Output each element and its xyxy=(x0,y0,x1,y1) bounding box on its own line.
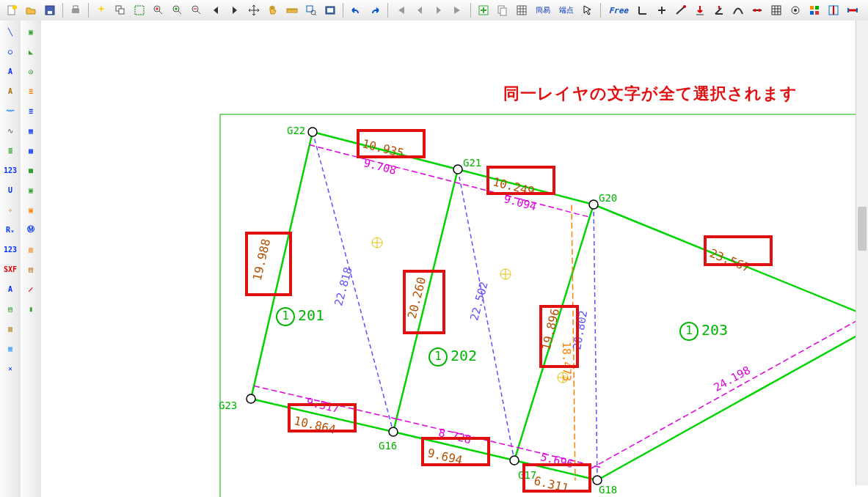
parcel-number-icon: 1 xyxy=(679,322,699,341)
layer-tool[interactable]: ≣ xyxy=(1,141,20,160)
zoom-in-2-icon xyxy=(172,4,183,16)
node-G22[interactable] xyxy=(308,128,317,136)
table-view-button[interactable] xyxy=(513,1,530,19)
color-tool[interactable]: ▤ xyxy=(21,259,40,279)
num2-tool[interactable]: 123 xyxy=(1,240,20,259)
bars-tool[interactable]: ▮ xyxy=(21,299,40,318)
grid-icon xyxy=(770,4,782,16)
node-G16[interactable] xyxy=(389,427,398,436)
redo-button[interactable] xyxy=(366,1,384,19)
list-tool[interactable]: ≡ xyxy=(21,81,40,100)
circle-tool[interactable]: ○ xyxy=(1,42,20,61)
zoom-in-button[interactable] xyxy=(150,1,167,19)
rewind-button[interactable] xyxy=(392,1,409,19)
line-tool[interactable]: ╲ xyxy=(1,22,20,41)
svg-point-23 xyxy=(758,9,761,12)
zoom-region-button[interactable] xyxy=(302,1,320,19)
windows-button[interactable] xyxy=(112,1,129,19)
snap-hline-button[interactable] xyxy=(748,1,766,19)
hatch-tool-icon: ▩ xyxy=(29,147,33,155)
hatch-tool[interactable]: ▩ xyxy=(21,141,40,160)
wave-tool[interactable]: ⟋ xyxy=(21,279,40,298)
vertical-scrollbar[interactable] xyxy=(856,21,868,485)
number-tool[interactable]: 123 xyxy=(1,161,20,180)
u-tool[interactable]: U xyxy=(1,180,20,199)
sel-tri-tool[interactable]: ◣ xyxy=(21,42,40,61)
svg-line-51 xyxy=(591,310,868,468)
hbar-button[interactable] xyxy=(844,1,861,19)
sparkle-tool[interactable]: ✧ xyxy=(1,200,20,219)
print-button[interactable] xyxy=(67,1,84,19)
select-rect-icon xyxy=(134,4,145,16)
select-rect-button[interactable] xyxy=(131,1,148,19)
grid-button[interactable] xyxy=(767,1,785,19)
snap-cross-button[interactable] xyxy=(653,1,671,19)
snap-angle-button[interactable] xyxy=(710,1,728,19)
snap-perp-button[interactable] xyxy=(634,1,652,19)
step-fwd-button[interactable] xyxy=(430,1,448,19)
undo-button[interactable] xyxy=(347,1,365,19)
node-G21[interactable] xyxy=(453,165,462,174)
green-sq-tool[interactable]: ■ xyxy=(21,161,40,180)
zoom-in-2-button[interactable] xyxy=(169,1,186,19)
pan-hand-button[interactable] xyxy=(264,1,282,19)
arrow-right-button[interactable] xyxy=(226,1,244,19)
quad-icon xyxy=(809,4,820,16)
snap-down-button[interactable] xyxy=(691,1,709,19)
ruler-button[interactable] xyxy=(283,1,301,19)
sxf-blue-tool[interactable]: A xyxy=(1,279,20,298)
snap-tangent-button[interactable] xyxy=(729,1,747,19)
list2-tool[interactable]: ≡ xyxy=(21,101,40,120)
quad-button[interactable] xyxy=(806,1,823,19)
node-label-G23: G23 xyxy=(219,400,237,411)
move-cross-button[interactable] xyxy=(245,1,263,19)
kanyi-button[interactable]: 簡易 xyxy=(532,1,554,19)
text-tool[interactable]: A xyxy=(1,62,20,81)
svg-point-22 xyxy=(754,9,756,12)
chart-tool[interactable]: ▥ xyxy=(1,319,20,338)
step-back-button[interactable] xyxy=(411,1,428,19)
brush-tool[interactable]: 〰 xyxy=(1,101,20,120)
fit-screen-button[interactable] xyxy=(321,1,339,19)
node-G23[interactable] xyxy=(247,394,255,403)
text-edit-tool[interactable]: A xyxy=(1,81,20,100)
cursor-button[interactable] xyxy=(579,1,597,19)
node-G17[interactable] xyxy=(510,456,519,465)
open-file-button[interactable] xyxy=(22,1,40,19)
green-sq2-tool[interactable]: ▣ xyxy=(21,180,40,199)
svg-rect-7 xyxy=(119,9,124,14)
rv-tool[interactable]: Rᵥ xyxy=(1,220,20,239)
redo-icon xyxy=(369,4,381,16)
grid-tool[interactable]: ▦ xyxy=(21,121,40,140)
sxf-red-tool[interactable]: SXF xyxy=(1,259,20,279)
fast-fwd-button[interactable] xyxy=(449,1,467,19)
target-button[interactable] xyxy=(787,1,804,19)
cross-tool[interactable]: ✕ xyxy=(1,358,20,378)
ruler-tool[interactable]: ▥ xyxy=(21,240,40,259)
node-G20[interactable] xyxy=(589,200,598,209)
snap-edge-button[interactable] xyxy=(672,1,690,19)
add-item-icon xyxy=(478,4,489,16)
curve-tool[interactable]: ∿ xyxy=(1,121,20,140)
tanten-button[interactable]: 端点 xyxy=(555,1,577,19)
arrow-left-button[interactable] xyxy=(207,1,225,19)
zoom-out-button[interactable] xyxy=(188,1,205,19)
rv-tool-icon: Rᵥ xyxy=(6,226,15,234)
sparkle-button[interactable] xyxy=(92,1,110,19)
node-label-G20: G20 xyxy=(599,192,617,204)
save-file-button[interactable] xyxy=(41,1,59,19)
m-tool[interactable]: Ⓜ xyxy=(21,220,40,239)
layer2-tool[interactable]: ▦ xyxy=(1,339,20,358)
orange-sq-tool[interactable]: ▣ xyxy=(21,200,40,219)
partition-button[interactable] xyxy=(825,1,842,19)
copy-item-button[interactable] xyxy=(494,1,511,19)
layer-tool-icon: ≣ xyxy=(8,147,12,155)
target-tool[interactable]: ◎ xyxy=(21,62,40,81)
drawing-canvas[interactable]: 同一レイヤの文字が全て選択されます 9.7089.0949.5178.7285.… xyxy=(41,21,868,497)
free-mode-button[interactable]: Free xyxy=(605,1,632,19)
palette-tool[interactable]: ▤ xyxy=(1,299,20,318)
scrollbar-thumb[interactable] xyxy=(858,207,867,251)
new-file-button[interactable] xyxy=(3,1,21,19)
add-item-button[interactable] xyxy=(475,1,492,19)
sel-rect-tool[interactable]: ▣ xyxy=(21,22,40,41)
